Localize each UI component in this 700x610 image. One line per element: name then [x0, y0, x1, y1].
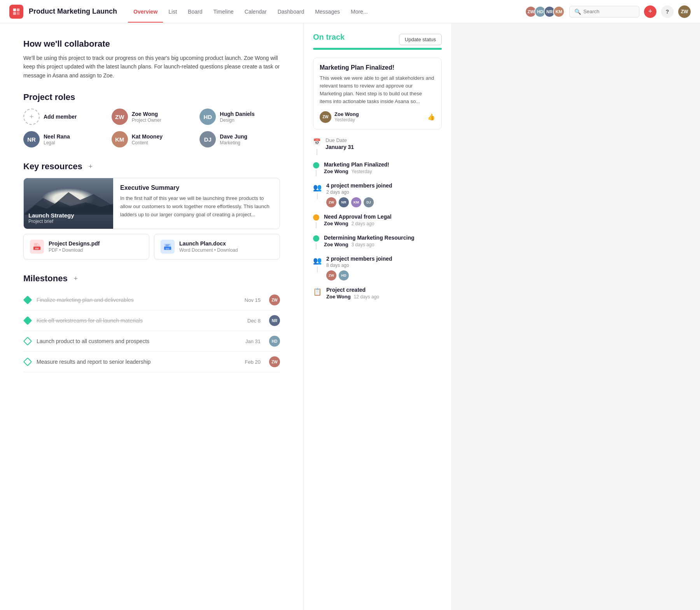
main-layout: How we'll collaborate We'll be using thi… — [0, 23, 700, 610]
add-member-item[interactable]: + Add member — [23, 109, 104, 125]
milestone-3[interactable]: Launch product to all customers and pros… — [23, 331, 280, 352]
left-panel: How we'll collaborate We'll be using thi… — [0, 23, 303, 610]
role-label-kat: Content — [132, 140, 163, 145]
tl-meta-6: Zoe Wong 12 days ago — [326, 294, 442, 300]
milestone-avatar-4: ZW — [269, 356, 280, 367]
milestones-title: Milestones — [23, 273, 68, 284]
roles-section: Project roles + Add member ZW Zoe Wong P… — [23, 92, 280, 147]
due-date-value: January 31 — [326, 144, 354, 150]
tl-meta-3: Zoe Wong 2 days ago — [324, 221, 442, 226]
tab-dashboard[interactable]: Dashboard — [272, 1, 310, 23]
pdf-icon: PDF — [30, 240, 44, 254]
tl-avatar-2-2: NR — [339, 197, 349, 207]
milestones-section: Milestones + Finalize marketing plan and… — [23, 273, 280, 372]
milestones-header: Milestones + — [23, 273, 280, 284]
tl-time-3: 2 days ago — [352, 221, 374, 226]
status-header: On track Update status — [313, 33, 442, 46]
tab-overview[interactable]: Overview — [128, 1, 163, 23]
due-label: Due Date — [326, 137, 354, 143]
status-update-text: This week we were able to get all stakeh… — [320, 74, 435, 106]
svg-rect-0 — [13, 8, 16, 11]
status-update-avatar: ZW — [320, 111, 331, 123]
search-box[interactable]: 🔍 — [569, 6, 639, 18]
role-kat-mooney: KM Kat Mooney Content — [112, 131, 192, 147]
help-button[interactable]: ? — [661, 5, 674, 18]
status-update-user-name: Zoe Wong — [334, 111, 359, 117]
role-avatar-hugh: HD — [200, 109, 216, 125]
role-hugh-daniels: HD Hugh Daniels Design — [200, 109, 280, 125]
tl-members-icon-2: 👥 — [313, 256, 322, 265]
tl-meta-1: Zoe Wong Yesterday — [324, 168, 442, 174]
nav-tabs: Overview List Board Timeline Calendar Da… — [128, 1, 525, 23]
file-pdf[interactable]: PDF Project Designs.pdf PDF • Download — [23, 234, 149, 259]
role-label-zoe: Project Owner — [132, 117, 161, 123]
svg-rect-1 — [17, 8, 19, 11]
milestone-1[interactable]: Finalize marketing plan and deliverables… — [23, 290, 280, 310]
tl-time-1: Yesterday — [352, 169, 372, 174]
calendar-icon: 📅 — [313, 138, 321, 146]
tab-board[interactable]: Board — [182, 1, 208, 23]
file-doc[interactable]: DOC Launch Plan.docx Word Document • Dow… — [154, 234, 280, 259]
activity-timeline: Marketing Plan Finalized! Zoe Wong Yeste… — [313, 161, 442, 300]
resources-title: Key resources — [23, 161, 82, 172]
like-button[interactable]: 👍 — [427, 113, 435, 121]
tl-dot-1 — [313, 162, 319, 168]
tl-icon-col-1 — [313, 161, 319, 176]
roles-title: Project roles — [23, 92, 280, 102]
tl-dot-3 — [313, 214, 319, 221]
milestone-icon-3 — [23, 337, 32, 345]
file-pdf-meta: PDF • Download — [49, 247, 100, 253]
tl-title-3: Need Approval from Legal — [324, 214, 442, 220]
tl-icon-col-6: 📋 — [313, 287, 322, 296]
tl-user-1: Zoe Wong — [324, 168, 348, 174]
milestone-2[interactable]: Kick off workstreams for all launch mate… — [23, 310, 280, 331]
milestone-avatar-3: HD — [269, 336, 280, 347]
tl-content-4: Determining Marketing Resourcing Zoe Won… — [324, 235, 442, 248]
milestone-4[interactable]: Measure results and report to senior lea… — [23, 352, 280, 372]
tl-item-5: 👥 2 project members joined 8 days ago ZW… — [313, 256, 442, 280]
tl-time-6: 12 days ago — [354, 294, 379, 300]
tab-list[interactable]: List — [163, 1, 182, 23]
role-avatar-dave: DJ — [200, 131, 216, 147]
tl-avatar-2-1: ZW — [326, 197, 336, 207]
role-neel-rana: NR Neel Rana Legal — [23, 131, 104, 147]
milestone-avatar-1: ZW — [269, 294, 280, 305]
update-status-button[interactable]: Update status — [399, 34, 442, 45]
tl-avatars-2: ZW NR KM DJ — [326, 197, 442, 207]
add-button[interactable]: + — [644, 5, 656, 18]
role-zoe-wong: ZW Zoe Wong Project Owner — [112, 109, 192, 125]
member-avatar-4[interactable]: KM — [553, 6, 565, 18]
tl-icon-col-2: 👥 — [313, 182, 322, 200]
tab-more[interactable]: More... — [345, 1, 373, 23]
tl-content-2: 4 project members joined 2 days ago ZW N… — [326, 182, 442, 207]
tl-members-icon: 👥 — [313, 183, 322, 192]
milestone-icon-2 — [23, 316, 32, 325]
tab-calendar[interactable]: Calendar — [239, 1, 272, 23]
add-milestone-button[interactable]: + — [72, 274, 80, 283]
tab-messages[interactable]: Messages — [310, 1, 345, 23]
status-update-title: Marketing Plan Finalized! — [320, 64, 435, 71]
status-update-user: ZW Zoe Wong Yesterday — [320, 111, 359, 123]
tab-timeline[interactable]: Timeline — [208, 1, 239, 23]
add-resource-button[interactable]: + — [86, 162, 95, 171]
milestone-date-4: Feb 20 — [245, 359, 261, 365]
milestone-date-3: Jan 31 — [245, 338, 261, 344]
project-title: Product Marketing Launch — [29, 7, 117, 16]
user-avatar[interactable]: ZW — [678, 5, 691, 18]
status-update-time: Yesterday — [334, 117, 359, 123]
tl-avatar-2-4: DJ — [364, 197, 374, 207]
search-input[interactable] — [583, 9, 634, 14]
tl-avatar-5-2: HD — [339, 270, 349, 280]
resource-thumb-title: Launch Strategy — [28, 212, 108, 219]
tl-user-4: Zoe Wong — [324, 242, 348, 247]
role-label-dave: Marketing — [220, 140, 247, 145]
featured-resource-card[interactable]: Launch Strategy Project brief Executive … — [23, 178, 280, 229]
role-name-neel: Neel Rana — [44, 133, 70, 140]
role-dave-jung: DJ Dave Jung Marketing — [200, 131, 280, 147]
resource-content-text: In the first half of this year we will b… — [120, 195, 273, 219]
add-member-label: Add member — [44, 114, 77, 120]
add-member-icon[interactable]: + — [23, 109, 40, 125]
tl-dot-4 — [313, 235, 319, 242]
tl-title-2: 4 project members joined — [326, 182, 442, 189]
tl-content-6: Project created Zoe Wong 12 days ago — [326, 287, 442, 300]
